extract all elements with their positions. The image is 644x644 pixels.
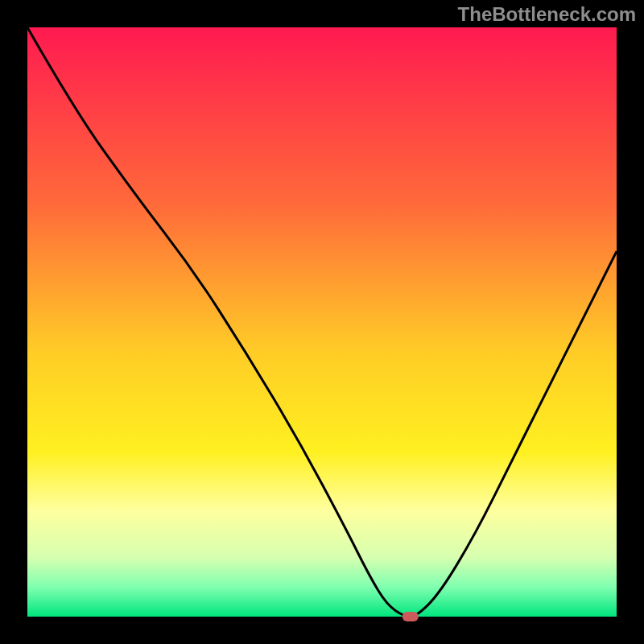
bottleneck-chart <box>0 0 644 644</box>
watermark-text: TheBottleneck.com <box>458 3 636 26</box>
plot-background <box>27 27 617 617</box>
chart-container: TheBottleneck.com <box>0 0 644 644</box>
optimal-marker <box>402 612 419 621</box>
